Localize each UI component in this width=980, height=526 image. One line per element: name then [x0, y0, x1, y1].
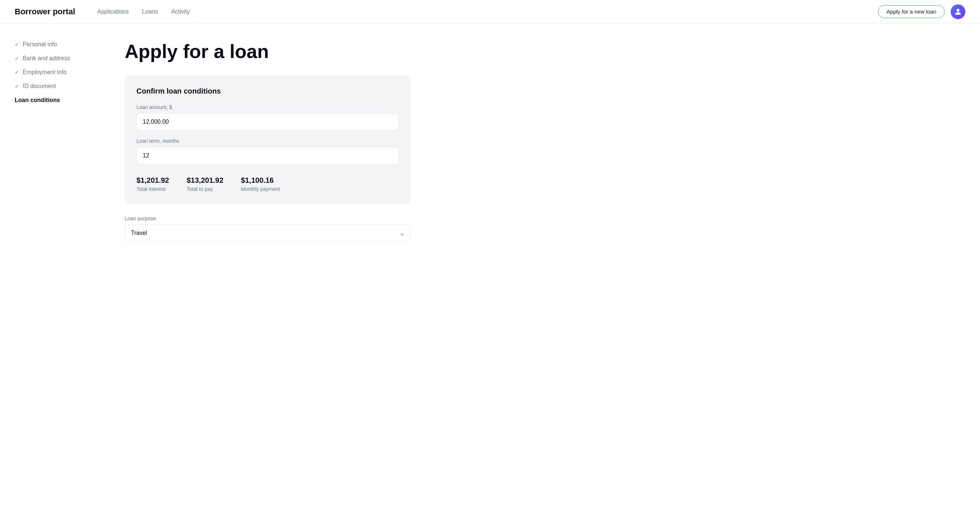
sidebar-label-id-document: ID document: [23, 83, 56, 89]
sidebar-label-bank-and-address: Bank and address: [23, 55, 70, 62]
loan-amount-label: Loan amount, $: [137, 104, 399, 110]
loan-purpose-section: Loan purpose Travel Home improvement Edu…: [125, 215, 411, 253]
stat-total-to-pay-value: $13,201.92: [187, 176, 223, 185]
main-content: Apply for a loan Confirm loan conditions…: [103, 24, 433, 526]
card-title: Confirm loan conditions: [137, 87, 399, 96]
header: Borrower portal Applications Loans Activ…: [0, 0, 980, 24]
main-nav: Applications Loans Activity: [97, 8, 878, 15]
loan-purpose-label: Loan purpose: [125, 215, 411, 222]
stat-total-to-pay-label: Total to pay: [187, 186, 223, 192]
avatar-image: [951, 5, 965, 19]
loan-conditions-card: Confirm loan conditions Loan amount, $ L…: [125, 75, 411, 204]
nav-loans[interactable]: Loans: [142, 8, 158, 15]
nav-applications[interactable]: Applications: [97, 8, 129, 15]
sidebar-item-personal-info[interactable]: ✓ Personal info: [15, 41, 88, 48]
loan-purpose-wrapper: Travel Home improvement Education Medica…: [125, 224, 411, 242]
sidebar-item-id-document[interactable]: ✓ ID document: [15, 83, 88, 89]
stat-monthly-payment: $1,100.16 Monthly payment: [241, 176, 280, 192]
page-layout: ✓ Personal info ✓ Bank and address ✓ Emp…: [0, 24, 980, 526]
stat-total-interest-label: Total interest: [137, 186, 169, 192]
sidebar: ✓ Personal info ✓ Bank and address ✓ Emp…: [0, 24, 103, 526]
stat-monthly-payment-value: $1,100.16: [241, 176, 280, 185]
stat-total-interest: $1,201.92 Total interest: [137, 176, 169, 192]
header-actions: Apply for a new loan: [878, 5, 965, 19]
sidebar-label-loan-conditions: Loan conditions: [15, 97, 60, 104]
page-title: Apply for a loan: [125, 41, 411, 62]
loan-amount-input[interactable]: [137, 113, 399, 131]
svg-point-0: [956, 9, 959, 12]
sidebar-label-employment-info: Employment info: [23, 69, 66, 76]
stat-total-interest-value: $1,201.92: [137, 176, 169, 185]
nav-activity[interactable]: Activity: [171, 8, 190, 15]
avatar[interactable]: [951, 5, 965, 19]
loan-term-input[interactable]: [137, 147, 399, 164]
apply-new-loan-button[interactable]: Apply for a new loan: [878, 5, 945, 18]
sidebar-item-loan-conditions[interactable]: Loan conditions: [15, 97, 88, 104]
logo: Borrower portal: [15, 7, 75, 16]
check-icon-employment-info: ✓: [15, 69, 19, 75]
sidebar-item-employment-info[interactable]: ✓ Employment info: [15, 69, 88, 76]
stat-monthly-payment-label: Monthly payment: [241, 186, 280, 192]
loan-purpose-select[interactable]: Travel Home improvement Education Medica…: [125, 224, 411, 242]
check-icon-bank-and-address: ✓: [15, 56, 19, 61]
sidebar-label-personal-info: Personal info: [23, 41, 57, 48]
loan-stats-row: $1,201.92 Total interest $13,201.92 Tota…: [137, 176, 399, 192]
stat-total-to-pay: $13,201.92 Total to pay: [187, 176, 223, 192]
loan-term-label: Loan term, months: [137, 138, 399, 144]
check-icon-id-document: ✓: [15, 83, 19, 89]
sidebar-item-bank-and-address[interactable]: ✓ Bank and address: [15, 55, 88, 62]
check-icon-personal-info: ✓: [15, 41, 19, 47]
